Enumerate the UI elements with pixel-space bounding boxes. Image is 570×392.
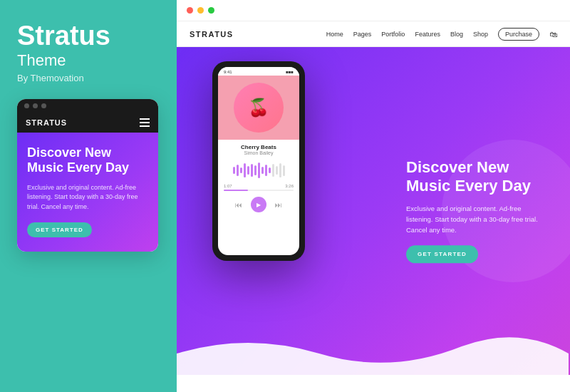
mobile-preview: STRATUS Discover New Music Every Day Exc… — [17, 99, 158, 252]
hero-wave — [177, 318, 569, 375]
window-dot-red — [187, 7, 193, 14]
phone-status-bar: 9:41 ■■■ — [218, 67, 299, 76]
album-art-circle: 🍒 — [234, 83, 284, 133]
phone-album-art: 🍒 — [218, 76, 299, 140]
song-artist: Simon Bailey — [224, 150, 294, 155]
waveform-bar — [279, 163, 281, 177]
waveform-bar — [251, 164, 253, 177]
hero-content: Discover New Music Every Day Exclusive a… — [406, 158, 549, 263]
nav-link-features[interactable]: Features — [415, 31, 440, 38]
progress-bar-area: 1:07 3:26 — [218, 182, 299, 190]
waveform-bar — [240, 167, 242, 173]
brand-by: By Themovation — [17, 73, 84, 83]
phone-inner: 9:41 ■■■ 🍒 Cherry Beats Simon Bailey — [218, 67, 299, 255]
cart-icon[interactable]: 🛍 — [549, 30, 557, 38]
play-button[interactable]: ▶ — [251, 197, 266, 212]
desktop-navbar: STRATUS Home Pages Portfolio Features Bl… — [177, 21, 570, 47]
nav-purchase-button[interactable]: Purchase — [498, 28, 539, 41]
skip-forward-button[interactable]: ⏭ — [275, 201, 282, 209]
nav-link-blog[interactable]: Blog — [450, 31, 463, 38]
window-dot-green — [208, 7, 214, 14]
waveform-bar — [237, 165, 239, 176]
nav-link-shop[interactable]: Shop — [473, 31, 488, 38]
desktop-nav-logo: STRATUS — [190, 30, 234, 38]
phone-mockup: 9:41 ■■■ 🍒 Cherry Beats Simon Bailey — [212, 61, 305, 261]
window-dots-bar — [177, 0, 570, 21]
mobile-hero-desc: Exclusive and original content. Ad-free … — [27, 183, 148, 212]
mobile-dot-3 — [41, 103, 46, 108]
nav-link-portfolio[interactable]: Portfolio — [381, 31, 405, 38]
waveform-bar — [244, 163, 246, 177]
progress-fill — [224, 190, 248, 191]
time-current: 1:07 — [224, 184, 232, 188]
brand-title: Stratus — [17, 21, 110, 51]
nav-link-home[interactable]: Home — [326, 31, 343, 38]
nav-link-pages[interactable]: Pages — [353, 31, 372, 38]
hero-cta-button[interactable]: GET STARTED — [406, 246, 478, 264]
window-dot-yellow — [197, 7, 204, 14]
left-panel: Stratus Theme By Themovation STRATUS Dis… — [0, 0, 177, 392]
mobile-hero: Discover New Music Every Day Exclusive a… — [17, 133, 158, 252]
waveform-bar — [261, 167, 264, 174]
waveform-bar — [269, 167, 271, 173]
mobile-dot-1 — [24, 103, 29, 108]
phone-status-icons: ■■■ — [286, 70, 294, 74]
waveform-bar — [272, 164, 274, 177]
time-total: 3:26 — [285, 184, 294, 188]
hero-title: Discover New Music Every Day — [406, 158, 549, 196]
waveform-bar — [283, 165, 285, 176]
phone-song-info: Cherry Beats Simon Bailey — [218, 140, 299, 158]
skip-back-button[interactable]: ⏮ — [235, 201, 242, 209]
waveform — [218, 158, 299, 182]
waveform-bar — [233, 167, 235, 174]
mobile-dots-bar — [17, 99, 158, 113]
desktop-nav-links: Home Pages Portfolio Features Blog Shop … — [326, 28, 557, 41]
mobile-dot-2 — [33, 103, 38, 108]
desktop-window: STRATUS Home Pages Portfolio Features Bl… — [177, 0, 570, 392]
brand-subtitle: Theme — [17, 51, 66, 70]
hero-desc: Exclusive and original content. Ad-free … — [406, 203, 549, 236]
player-controls: ⏮ ▶ ⏭ — [218, 194, 299, 215]
mobile-cta-button[interactable]: GET STARTED — [27, 222, 92, 237]
hamburger-icon[interactable] — [140, 118, 150, 127]
mobile-nav: STRATUS — [17, 113, 158, 133]
waveform-bar — [247, 166, 249, 175]
desktop-hero: 9:41 ■■■ 🍒 Cherry Beats Simon Bailey — [177, 47, 570, 375]
mobile-hero-title: Discover New Music Every Day — [27, 145, 148, 176]
song-title: Cherry Beats — [224, 144, 294, 150]
phone-time: 9:41 — [224, 70, 232, 74]
waveform-bar — [254, 165, 256, 175]
mobile-nav-logo: STRATUS — [26, 118, 67, 127]
waveform-bar — [276, 166, 278, 175]
waveform-bar — [258, 163, 260, 178]
progress-track[interactable] — [224, 190, 294, 191]
waveform-bar — [265, 165, 267, 176]
right-panel: STRATUS Home Pages Portfolio Features Bl… — [177, 0, 570, 392]
